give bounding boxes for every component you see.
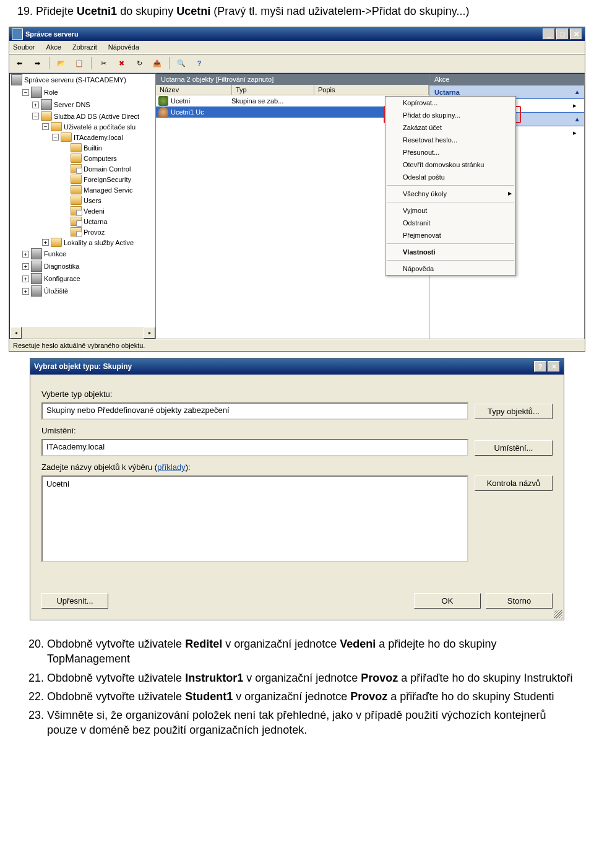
object-type-field[interactable]: Skupiny nebo Předdefinované objekty zabe…	[41, 402, 468, 420]
names-textarea[interactable]: Ucetni	[41, 475, 468, 562]
close-button[interactable]: ✕	[548, 361, 560, 372]
tree-item[interactable]: Vedeni	[10, 206, 155, 216]
tree-item[interactable]: −Uživatelé a počítače slu	[10, 121, 155, 132]
expand-toggle[interactable]: −	[52, 134, 59, 141]
expand-toggle[interactable]: +	[42, 239, 49, 246]
expand-toggle[interactable]: −	[32, 113, 39, 119]
ou-icon	[71, 217, 82, 226]
expand-toggle[interactable]: −	[22, 89, 29, 96]
help-button[interactable]: ?	[534, 361, 546, 372]
expand-toggle[interactable]: −	[42, 123, 49, 130]
expand-toggle[interactable]: +	[22, 288, 29, 295]
forward-button[interactable]: ➡	[30, 56, 45, 71]
folder-icon	[71, 143, 82, 152]
col-type[interactable]: Typ	[232, 85, 314, 95]
dialog-titlebar[interactable]: Vybrat objekt typu: Skupiny ? ✕	[30, 358, 564, 375]
tree-item[interactable]: Users	[10, 195, 155, 206]
server-icon	[31, 87, 42, 98]
back-button[interactable]: ⬅	[12, 56, 27, 71]
expand-toggle[interactable]: +	[22, 251, 29, 258]
menu-item[interactable]: Všechny úkoly	[385, 188, 515, 200]
menu-item[interactable]: Kopírovat...	[385, 97, 515, 109]
menu-item[interactable]: Vyjmout	[385, 204, 515, 217]
tree-item[interactable]: Computers	[10, 153, 155, 163]
tree-item[interactable]: Provoz	[10, 227, 155, 237]
help-icon[interactable]: ?	[192, 56, 207, 71]
scroll-left-button[interactable]: ◂	[10, 327, 22, 339]
menu-akce[interactable]: Akce	[45, 42, 62, 52]
up-button[interactable]: 📂	[54, 56, 69, 71]
tree-item[interactable]: Uctarna	[10, 216, 155, 227]
examples-link[interactable]: příklady	[157, 462, 186, 472]
folder-icon	[41, 111, 52, 121]
refresh-button[interactable]: ↻	[132, 56, 147, 71]
tree-pane[interactable]: Správce serveru (S-ITACADEMY) −Role+Serv…	[9, 73, 156, 339]
menu-item[interactable]: Resetovat heslo...	[385, 134, 515, 146]
menu-item[interactable]: Zakázat účet	[385, 121, 515, 134]
expand-toggle[interactable]: +	[32, 102, 39, 108]
menu-soubor[interactable]: Soubor	[12, 42, 36, 52]
location-button[interactable]: Umístění...	[475, 440, 553, 456]
menu-zobrazit[interactable]: Zobrazit	[71, 42, 98, 52]
folder-icon	[71, 154, 82, 163]
scroll-right-button[interactable]: ▸	[144, 327, 155, 339]
tree-item[interactable]: Builtin	[10, 142, 155, 153]
location-field[interactable]: ITAcademy.local	[41, 439, 468, 456]
menu-item[interactable]: Otevřít domovskou stránku	[385, 158, 515, 171]
tree-item[interactable]: +Server DNS	[10, 98, 155, 111]
filter-button[interactable]: 🔍	[174, 56, 189, 71]
menu-item[interactable]: Odstranit	[385, 217, 515, 229]
titlebar[interactable]: Správce serveru _ □ ✕	[9, 27, 585, 41]
object-types-button[interactable]: Typy objektů...	[475, 404, 553, 419]
resize-grip[interactable]	[554, 610, 562, 618]
server-icon	[31, 261, 42, 272]
menubar[interactable]: SouborAkceZobrazitNápověda	[9, 41, 585, 54]
tree-item[interactable]: ForeignSecurity	[10, 174, 155, 184]
advanced-button[interactable]: Upřesnit...	[41, 593, 108, 609]
tree-item[interactable]: −ITAcademy.local	[10, 132, 155, 142]
menu-item[interactable]: Nápověda	[385, 263, 515, 275]
menu-item[interactable]: Vlastnosti	[385, 246, 515, 258]
chevron-right-icon: ▸	[573, 102, 577, 110]
folder-icon	[51, 238, 62, 247]
server-icon	[41, 99, 52, 110]
dialog-title: Vybrat objekt typu: Skupiny	[34, 362, 132, 371]
check-names-button[interactable]: Kontrola názvů	[475, 475, 553, 491]
tree-item[interactable]: +Úložiště	[10, 285, 155, 297]
export-button[interactable]: 📤	[150, 56, 165, 71]
tree-item[interactable]: Managed Servic	[10, 184, 155, 195]
menu-item[interactable]: Přejmenovat	[385, 229, 515, 241]
instruction-item: Všimněte si, že organizování položek nen…	[47, 708, 577, 738]
menu-item[interactable]: Přidat do skupiny...	[385, 109, 515, 121]
tree-label: ITAcademy.local	[74, 134, 123, 141]
tree-item[interactable]: +Funkce	[10, 248, 155, 260]
col-desc[interactable]: Popis	[314, 85, 429, 95]
tree-item[interactable]: −Služba AD DS (Active Direct	[10, 111, 155, 121]
ou-icon	[71, 227, 82, 237]
close-button[interactable]: ✕	[570, 28, 582, 40]
ok-button[interactable]: OK	[414, 593, 481, 609]
tree-item[interactable]: +Diagnostika	[10, 260, 155, 272]
expand-toggle[interactable]: +	[22, 276, 29, 282]
maximize-button[interactable]: □	[556, 28, 569, 40]
tree-item[interactable]: +Lokality a služby Active	[10, 237, 155, 248]
chevron-right-icon: ▸	[573, 129, 577, 137]
cut-button[interactable]: ✂	[96, 56, 111, 71]
expand-toggle[interactable]: +	[22, 263, 29, 270]
col-name[interactable]: Název	[156, 85, 232, 95]
minimize-button[interactable]: _	[543, 28, 555, 40]
delete-button[interactable]: ✖	[114, 56, 129, 71]
menu-item[interactable]: Přesunout...	[385, 146, 515, 158]
select-groups-dialog: Vybrat objekt typu: Skupiny ? ✕ Vyberte …	[30, 358, 564, 620]
menu-nápověda[interactable]: Nápověda	[107, 42, 140, 52]
props-button[interactable]: 📋	[72, 56, 87, 71]
menu-item[interactable]: Odeslat poštu	[385, 171, 515, 183]
cancel-button[interactable]: Storno	[486, 593, 553, 609]
tree-item[interactable]: +Konfigurace	[10, 272, 155, 285]
tree-item[interactable]: −Role	[10, 86, 155, 98]
folder-icon	[51, 122, 62, 131]
tree-root[interactable]: Správce serveru (S-ITACADEMY)	[24, 76, 126, 84]
context-menu[interactable]: Kopírovat...Přidat do skupiny...Zakázat …	[385, 96, 516, 276]
columns[interactable]: Název Typ Popis	[156, 85, 429, 95]
tree-item[interactable]: Domain Control	[10, 163, 155, 174]
